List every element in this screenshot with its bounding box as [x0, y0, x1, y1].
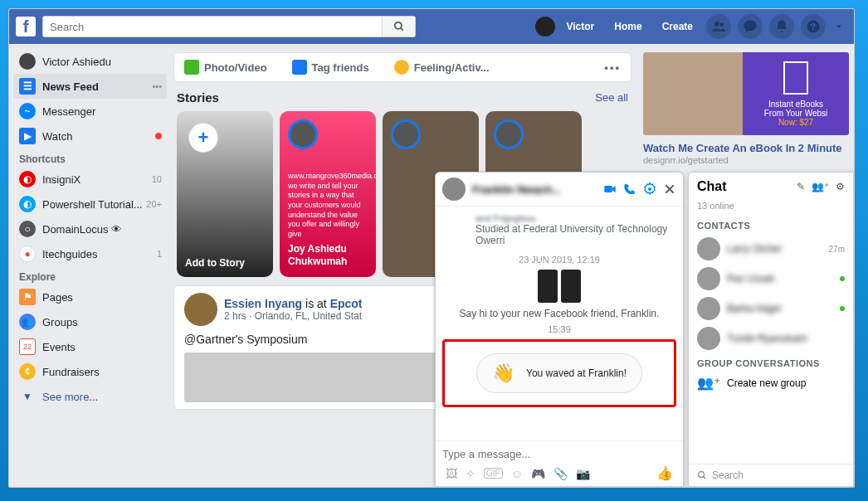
- emoji-button[interactable]: ☺: [511, 467, 523, 480]
- attach-button[interactable]: 📎: [553, 467, 568, 480]
- bell-icon: [774, 19, 789, 34]
- user-avatar[interactable]: [535, 17, 555, 36]
- contact-item[interactable]: Pax Ussek: [689, 264, 853, 294]
- contact-time: 27m: [829, 245, 845, 254]
- chevron-down-icon: ▼: [19, 388, 36, 405]
- svg-point-0: [394, 22, 401, 29]
- chat-header[interactable]: Franklin Nwach...: [436, 173, 683, 207]
- search-input[interactable]: [43, 17, 382, 36]
- sidebar-profile[interactable]: Victor Ashiedu: [14, 49, 167, 74]
- flag-icon: ⚑: [19, 289, 36, 305]
- sidebar-item-label: DomainLocus 👁: [42, 223, 122, 236]
- sidebar-messenger[interactable]: ~ Messenger: [14, 99, 167, 124]
- sticker-button[interactable]: ✧: [466, 467, 475, 480]
- facebook-logo[interactable]: f: [16, 17, 36, 36]
- sidebar-watch[interactable]: ▶ Watch: [14, 124, 167, 148]
- contact-item[interactable]: Barka Adger: [689, 294, 853, 323]
- messenger-button[interactable]: [738, 14, 763, 39]
- sponsored-ad[interactable]: Instant eBooks From Your Websi Now: $27: [643, 52, 849, 135]
- contact-avatar: [697, 267, 720, 290]
- ad-domain: designrr.io/getstarted: [643, 155, 849, 165]
- tablet-icon: [783, 61, 808, 95]
- games-button[interactable]: 🎮: [531, 467, 545, 480]
- chat-settings-button[interactable]: [643, 182, 656, 196]
- create-group-button[interactable]: 👥⁺ Create new group: [689, 372, 853, 394]
- shortcut-insignix[interactable]: ◐ InsigniX 10: [14, 167, 167, 192]
- caret-down-icon: [834, 22, 844, 32]
- photo-button[interactable]: 🖼: [446, 467, 457, 480]
- sidebar-item-label: Groups: [42, 316, 78, 328]
- account-dropdown[interactable]: [831, 22, 847, 32]
- chat-message-input[interactable]: [442, 445, 676, 464]
- voice-call-button[interactable]: [623, 182, 636, 196]
- count-badge: 20+: [146, 199, 162, 209]
- search-box: [42, 16, 416, 37]
- explore-fundraisers[interactable]: ¢ Fundraisers: [14, 359, 167, 384]
- explore-groups[interactable]: 👥 Groups: [14, 309, 167, 334]
- shortcut-itechguides[interactable]: ● Itechguides 1: [14, 241, 167, 266]
- composer-more-button[interactable]: •••: [604, 61, 621, 74]
- chat-friend-avatars: [442, 270, 676, 303]
- question-icon: ?: [806, 19, 821, 34]
- chat-profile-info: and Frigoglass Studied at Federal Univer…: [442, 213, 676, 246]
- explore-events[interactable]: 22 Events: [14, 334, 167, 359]
- story-item[interactable]: www.mangrove360media.com we write and te…: [280, 111, 376, 277]
- shortcut-powershell[interactable]: ◐ Powershell Tutorial... 20+: [14, 192, 167, 216]
- photo-video-button[interactable]: Photo/Video: [184, 60, 267, 75]
- user-name-link[interactable]: Victor: [558, 21, 603, 32]
- feeling-activity-button[interactable]: Feeling/Activ...: [394, 60, 490, 75]
- camera-button[interactable]: 📷: [576, 467, 590, 480]
- shortcut-icon: ○: [19, 221, 36, 237]
- contact-item[interactable]: Larry Olcher 27m: [689, 234, 853, 264]
- ad-title-link[interactable]: Watch Me Create An eBook In 2 Minute: [643, 142, 849, 155]
- shortcut-domainlocus[interactable]: ○ DomainLocus 👁: [14, 216, 167, 241]
- online-count: 13 online: [689, 201, 853, 216]
- red-dot-badge: [155, 133, 162, 139]
- see-more-link[interactable]: ▼ See more...: [14, 384, 167, 409]
- svg-rect-6: [604, 186, 612, 192]
- coin-icon: ¢: [19, 363, 36, 380]
- settings-button[interactable]: ⚙: [836, 181, 845, 192]
- contact-item[interactable]: Tunde Ryanulsam: [689, 323, 853, 353]
- shortcut-icon: ◐: [19, 171, 36, 187]
- left-sidebar: Victor Ashiedu ☰ News Feed ••• ~ Messeng…: [9, 44, 167, 487]
- chat-system-msg: Say hi to your new Facebook friend, Fran…: [442, 308, 676, 319]
- tag-friends-button[interactable]: Tag friends: [292, 60, 369, 75]
- contact-name-label: Larry Olcher: [727, 243, 822, 255]
- close-chat-button[interactable]: [663, 182, 676, 196]
- add-to-story[interactable]: + Add to Story: [177, 111, 273, 277]
- online-dot: [840, 306, 845, 311]
- compose-button[interactable]: ✎: [797, 181, 805, 192]
- options-icon[interactable]: •••: [152, 81, 162, 91]
- create-link[interactable]: Create: [654, 21, 701, 32]
- count-badge: 10: [152, 174, 162, 184]
- shortcut-icon: ●: [19, 246, 36, 262]
- sidebar-item-label: Fundraisers: [42, 366, 100, 378]
- chat-contact-name: Franklin Nwach...: [472, 183, 603, 196]
- sidebar-item-label: Itechguides: [42, 248, 98, 260]
- explore-pages[interactable]: ⚑ Pages: [14, 285, 167, 309]
- sidebar-item-label: See more...: [42, 391, 98, 403]
- home-link[interactable]: Home: [606, 21, 650, 32]
- svg-point-10: [699, 472, 705, 478]
- see-all-stories-link[interactable]: See all: [595, 91, 628, 104]
- post-author-avatar[interactable]: [184, 293, 217, 326]
- new-group-button[interactable]: 👥⁺: [812, 181, 829, 192]
- video-call-button[interactable]: [603, 182, 617, 196]
- sidebar-item-label: News Feed: [42, 80, 99, 93]
- shortcuts-heading: Shortcuts: [14, 148, 167, 167]
- composer-label: Feeling/Activ...: [414, 61, 490, 74]
- gif-button[interactable]: GIF: [484, 468, 503, 479]
- sidebar-news-feed[interactable]: ☰ News Feed •••: [14, 74, 167, 99]
- chat-messages[interactable]: and Frigoglass Studied at Federal Univer…: [436, 207, 683, 440]
- chat-search[interactable]: Search: [689, 464, 853, 486]
- chat-date-label: 23 JUN 2019, 12:19: [442, 255, 676, 265]
- help-button[interactable]: ?: [801, 14, 826, 39]
- search-button[interactable]: [382, 17, 415, 36]
- post-author-link[interactable]: Essien Inyang: [224, 297, 302, 310]
- friend-requests-button[interactable]: [706, 14, 731, 39]
- notifications-button[interactable]: [769, 14, 794, 39]
- post-place-link[interactable]: Epcot: [330, 297, 363, 310]
- app-window: f Victor Home Create ?: [8, 8, 855, 488]
- thumbs-up-button[interactable]: 👍: [656, 465, 673, 481]
